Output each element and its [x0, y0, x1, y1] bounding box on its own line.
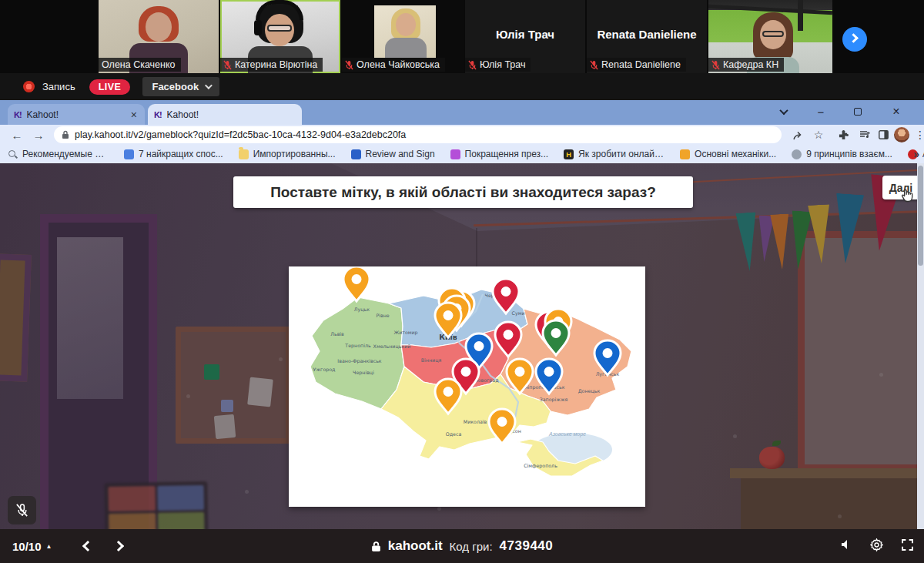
- bookmark-label: Покращення през...: [465, 149, 548, 159]
- scrollbar-thumb[interactable]: [918, 166, 923, 266]
- window-minimize-button[interactable]: −: [804, 100, 838, 123]
- map-city-label: Миколаїв: [464, 419, 487, 424]
- forward-button[interactable]: →: [28, 129, 49, 142]
- participant-tile[interactable]: Олена Скаченко: [99, 0, 219, 73]
- settings-button[interactable]: [870, 538, 883, 555]
- bookmark-label: Импортированны...: [253, 149, 336, 159]
- bookmark-label: Як зробити онлайн...: [578, 149, 665, 159]
- desk: [730, 468, 924, 478]
- fullscreen-icon: [902, 539, 913, 551]
- participant-tile[interactable]: Юлія Трач Юлія Трач: [465, 0, 585, 73]
- puzzle-icon: [839, 130, 849, 140]
- screen: Олена Скаченко Катерина Вірютіна: [0, 0, 924, 563]
- search-icon: [8, 149, 18, 159]
- apple-leaf: [772, 441, 781, 446]
- door-window: [57, 237, 123, 399]
- chevron-right-icon: [849, 33, 859, 43]
- question-box: Поставте мітку, в якій області ви знаход…: [233, 176, 693, 208]
- participant-tile-active-speaker[interactable]: Катерина Вірютіна: [220, 0, 340, 73]
- participant-display-name: Юлія Трач: [465, 28, 585, 41]
- bookmarks-overflow-button[interactable]: »: [913, 148, 919, 160]
- participant-name-label: Юлія Трач: [465, 58, 531, 72]
- address-bar[interactable]: play.kahoot.it/v2/gameblock?quizId=f2dc5…: [54, 126, 782, 143]
- pinned-paper: [214, 414, 236, 439]
- volume-button[interactable]: [841, 539, 852, 553]
- ukraine-map[interactable]: ЛуцькРівнеЛьвівТернопільХмельницькийІван…: [289, 266, 645, 507]
- bookmark-item[interactable]: HЯк зробити онлайн...: [564, 149, 665, 159]
- game-pin: 4739440: [500, 538, 554, 554]
- muted-mic-icon: [468, 60, 477, 70]
- browser-tab-active[interactable]: K! Kahoot!: [148, 104, 302, 125]
- hand-cursor: [899, 188, 915, 206]
- map-city-label: Луцьк: [354, 307, 370, 313]
- bookmark-item[interactable]: Основні механіки...: [680, 149, 776, 159]
- recording-label: Запись: [42, 81, 75, 92]
- map-pin-orange: [343, 266, 370, 301]
- kahoot-brand: kahoot.it: [388, 538, 443, 554]
- muted-mic-icon: [711, 60, 720, 70]
- fullscreen-button[interactable]: [902, 539, 913, 554]
- map-city-label: Житомир: [393, 330, 417, 336]
- participant-name-label: Renata Danieliene: [587, 58, 686, 72]
- kahoot-bottom-bar: 10/10 ▲ kahoot.it Код гри: 4739440: [0, 529, 924, 563]
- muted-audio-icon: [15, 503, 29, 518]
- swirl-icon: [792, 149, 802, 159]
- bookmark-star-button[interactable]: ☆: [810, 127, 827, 142]
- bookmark-label: Основні механіки...: [695, 149, 776, 159]
- map-city-label: Івано-Франківськ: [337, 358, 381, 364]
- game-pin-label: Код гри:: [450, 540, 493, 553]
- kahoot-game-view: Поставте мітку, в якій області ви знаход…: [0, 163, 924, 563]
- profile-avatar[interactable]: [894, 127, 909, 142]
- map-city-label: Вінниця: [421, 357, 442, 363]
- answer-map-card[interactable]: ЛуцькРівнеЛьвівТернопільХмельницькийІван…: [289, 266, 645, 507]
- stream-target-label: Facebook: [152, 81, 199, 92]
- media-list-icon: [859, 130, 870, 139]
- next-participants-button[interactable]: [842, 27, 867, 52]
- browser-menu-button[interactable]: ⋮: [912, 127, 924, 142]
- bookmark-label: 9 принципів взаєм...: [806, 149, 892, 159]
- mute-audio-button[interactable]: [8, 496, 36, 524]
- chevron-down-icon: [779, 106, 788, 115]
- participant-name: Катерина Вірютіна: [235, 59, 317, 70]
- participant-name: Олена Скаченко: [102, 59, 176, 70]
- window-close-button[interactable]: ×: [879, 100, 913, 123]
- tab-search-button[interactable]: [767, 100, 801, 123]
- participant-name: Renata Danieliene: [601, 59, 681, 70]
- participant-tile[interactable]: Renata Danieliene Renata Danieliene: [587, 0, 707, 73]
- gear-icon: [870, 538, 883, 551]
- sea-label: Азовське море: [548, 431, 586, 437]
- bookmark-item[interactable]: 9 принципів взаєм...: [792, 149, 892, 159]
- tab-title: Kahoot!: [167, 109, 296, 120]
- stream-target-dropdown[interactable]: Facebook: [142, 77, 219, 96]
- media-list-button[interactable]: [856, 127, 873, 142]
- side-panel-icon: [879, 130, 889, 139]
- bookmark-item[interactable]: Покращення през...: [450, 149, 548, 159]
- bookmark-item[interactable]: Импортированны...: [239, 149, 336, 159]
- extensions-button[interactable]: [835, 127, 852, 142]
- share-button[interactable]: [790, 127, 807, 142]
- bookmarks-bar: Рекомендуемые уз...7 найкращих спос...Им…: [0, 145, 924, 163]
- browser-tab[interactable]: K! Kahoot! ×: [8, 104, 145, 125]
- participant-name-label: Олена Чайковська: [342, 58, 445, 72]
- participant-name-label: Катерина Вірютіна: [220, 58, 323, 72]
- pinned-paper: [247, 377, 273, 407]
- muted-mic-icon: [345, 60, 353, 70]
- participant-tile[interactable]: Кафедра КН: [708, 0, 832, 73]
- side-panel-button[interactable]: [875, 127, 892, 142]
- bookmark-label: 7 найкращих спос...: [139, 149, 223, 159]
- kahoot-favicon: K!: [14, 110, 22, 119]
- bookmark-item[interactable]: Рекомендуемые уз...: [8, 149, 109, 159]
- bookmark-item[interactable]: Review and Sign: [351, 149, 435, 159]
- page-scrollbar[interactable]: [917, 163, 924, 529]
- kahoot-favicon: K!: [154, 110, 162, 119]
- participant-tile[interactable]: Олена Чайковська: [342, 0, 464, 73]
- window-maximize-button[interactable]: [841, 100, 875, 123]
- tab-close-button[interactable]: ×: [129, 109, 139, 121]
- recording-icon: [23, 81, 35, 92]
- participant-name-label: Кафедра КН: [708, 58, 784, 72]
- recording-bar: Запись LIVE Facebook: [0, 73, 924, 100]
- back-button[interactable]: ←: [6, 129, 28, 142]
- desk: [741, 478, 924, 532]
- live-badge: LIVE: [89, 79, 131, 95]
- bookmark-item[interactable]: 7 найкращих спос...: [124, 149, 223, 159]
